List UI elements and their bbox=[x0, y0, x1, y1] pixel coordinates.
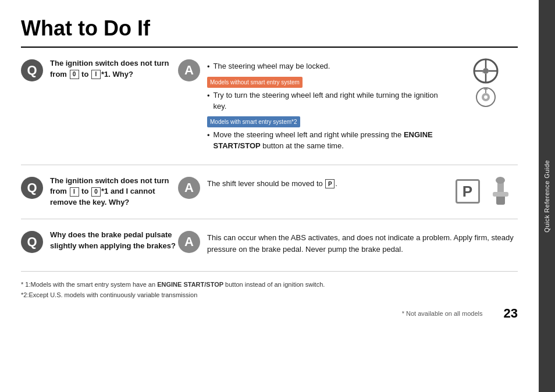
answer-text-1c: Move the steering wheel left and right w… bbox=[214, 129, 448, 152]
answer-text-1b: Try to turn the steering wheel left and … bbox=[214, 90, 448, 112]
box-I: I bbox=[91, 70, 101, 79]
page-number: 23 bbox=[504, 306, 518, 321]
footnotes: * 1:Models with the smart entry system h… bbox=[21, 280, 518, 300]
steering-wheel-svg: H bbox=[472, 58, 500, 84]
answer-text-1a: The steering wheel may be locked. bbox=[214, 60, 330, 72]
qa-item-1: Q The ignition switch does not turn from… bbox=[21, 48, 518, 165]
footnote-1: * 1:Models with the smart entry system h… bbox=[21, 280, 518, 290]
qa-item-2: Q The ignition switch does not turn from… bbox=[21, 165, 518, 220]
q-icon-2: Q bbox=[21, 177, 43, 199]
steering-images: H bbox=[472, 58, 500, 108]
question-text-2: The ignition switch does not turn from I… bbox=[50, 176, 178, 209]
bullet-dot: • bbox=[207, 61, 210, 73]
svg-point-14 bbox=[496, 177, 505, 184]
answer-bullet-3: • Move the steering wheel left and right… bbox=[207, 129, 448, 152]
footnote-1-text: * 1:Models with the smart entry system h… bbox=[21, 281, 325, 288]
badge-label-2: Models with smart entry system*2 bbox=[207, 116, 300, 127]
badge-smart: Models with smart entry system*2 bbox=[207, 115, 448, 129]
answer-bullet-2: • Try to turn the steering wheel left an… bbox=[207, 90, 448, 112]
page-title: What to Do If bbox=[21, 16, 518, 41]
shift-image-area: P bbox=[454, 176, 518, 208]
answer-bullet-1: • The steering wheel may be locked. bbox=[207, 60, 448, 73]
qa-item-3: Q Why does the brake pedal pulsate sligh… bbox=[21, 219, 518, 272]
answer-block-3: A This can occur when the ABS activates,… bbox=[178, 230, 518, 255]
answer-block-2: A The shift lever should be moved to P. … bbox=[178, 176, 518, 208]
answer-block-1: A • The steering wheel may be locked. Mo… bbox=[178, 58, 518, 154]
answer-text-3: This can occur when the ABS activates, a… bbox=[207, 233, 514, 254]
a-icon-2: A bbox=[178, 177, 200, 199]
not-available-text: * Not available on all models bbox=[402, 310, 483, 317]
a-icon-1: A bbox=[178, 59, 200, 81]
question-block-2: Q The ignition switch does not turn from… bbox=[21, 176, 178, 209]
question-block-1: Q The ignition switch does not turn from… bbox=[21, 58, 178, 81]
question-block-3: Q Why does the brake pedal pulsate sligh… bbox=[21, 230, 178, 253]
badge-label-1: Models without smart entry system bbox=[207, 77, 303, 88]
q-icon-3: Q bbox=[21, 231, 43, 253]
svg-point-9 bbox=[484, 95, 488, 99]
box-0: 0 bbox=[70, 70, 79, 79]
p-box-large: P bbox=[456, 179, 480, 204]
footnote-2: *2:Except U.S. models with continuously … bbox=[21, 290, 518, 301]
sidebar: Quick Reference Guide bbox=[539, 0, 555, 392]
q-icon-1: Q bbox=[21, 59, 43, 81]
question-text-1: The ignition switch does not turn from 0… bbox=[50, 58, 178, 80]
sidebar-label: Quick Reference Guide bbox=[543, 160, 550, 233]
key-svg bbox=[475, 86, 497, 108]
question-text-3: Why does the brake pedal pulsate slightl… bbox=[50, 230, 178, 252]
p-box-inline: P bbox=[325, 179, 335, 188]
a-icon-3: A bbox=[178, 231, 200, 253]
steering-image-area: H bbox=[454, 58, 518, 108]
bullet-dot-3: • bbox=[207, 130, 210, 141]
footnote-2-text: *2:Except U.S. models with continuously … bbox=[21, 291, 197, 298]
box-02: 0 bbox=[91, 187, 101, 197]
bullet-dot-2: • bbox=[207, 90, 210, 102]
svg-rect-15 bbox=[493, 192, 508, 197]
bottom-row: * Not available on all models 23 bbox=[21, 304, 518, 321]
box-I2: I bbox=[70, 187, 79, 197]
shift-p-area: P bbox=[456, 176, 517, 208]
answer-content-1: • The steering wheel may be locked. Mode… bbox=[207, 58, 448, 154]
answer-text-2: The shift lever should be moved to P. bbox=[207, 179, 337, 188]
badge-no-smart: Models without smart entry system bbox=[207, 75, 448, 90]
shift-lever-svg bbox=[485, 176, 517, 208]
answer-content-2: The shift lever should be moved to P. bbox=[207, 176, 448, 190]
answer-content-3: This can occur when the ABS activates, a… bbox=[207, 230, 518, 255]
svg-text:H: H bbox=[482, 69, 486, 74]
